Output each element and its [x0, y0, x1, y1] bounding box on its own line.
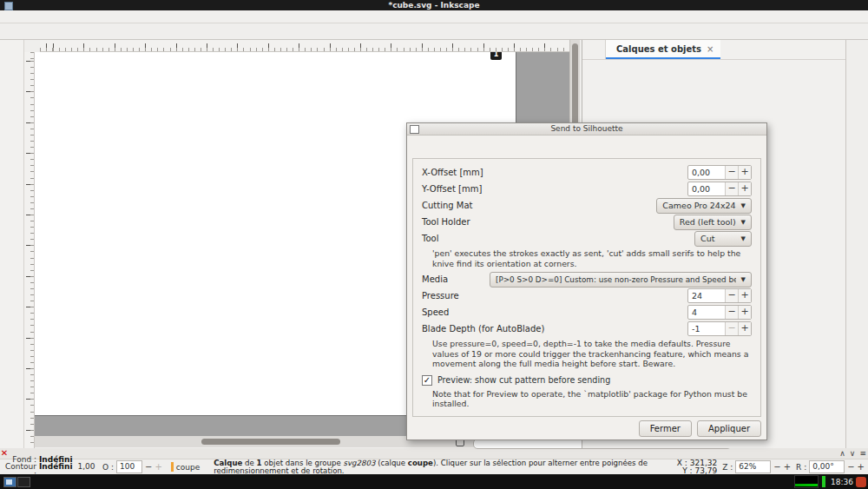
taskbar: 18:36	[0, 474, 868, 489]
opacity-plus-icon[interactable]: +	[155, 462, 161, 472]
guides-lock-icon[interactable]	[25, 41, 39, 52]
palette-down-icon[interactable]: ∨	[850, 449, 856, 458]
rotation-plus-icon[interactable]: +	[858, 462, 865, 472]
opacity-minus-icon[interactable]: −	[145, 462, 152, 472]
opacity-input[interactable]: 100	[116, 460, 142, 473]
zoom-minus-icon[interactable]: −	[773, 462, 780, 472]
preview-note: Note that for Preview to operate, the `m…	[422, 387, 752, 412]
dropdown-arrow-icon: ▼	[741, 219, 746, 226]
opacity-control[interactable]: O : 100 − +	[102, 460, 162, 473]
zoom-control[interactable]: Z : 62% − +	[722, 460, 791, 473]
layers-toolbar	[582, 59, 845, 73]
current-layer-indicator[interactable]: coupe	[171, 462, 205, 472]
dialog-button-row: Fermer Appliquer	[407, 417, 766, 439]
commands-bar	[845, 40, 868, 448]
blade-depth-label: Blade Depth (for AutoBlade)	[422, 324, 687, 334]
tool-holder-label: Tool Holder	[422, 217, 674, 227]
preview-checkbox[interactable]: ✓	[422, 375, 432, 386]
pressure-note: Use pressure=0, speed=0, depth=-1 to tak…	[422, 337, 752, 372]
current-layer-name: coupe	[176, 463, 200, 472]
menu-bar	[0, 10, 868, 23]
dialog-tabs	[412, 139, 761, 159]
speed-spinner[interactable]: 4−+	[687, 305, 752, 320]
tab-close-icon[interactable]: ×	[707, 44, 713, 54]
tool-label: Tool	[422, 234, 694, 243]
workspace-next[interactable]	[17, 477, 30, 487]
dropdown-arrow-icon: ▼	[741, 276, 746, 283]
window-title: *cube.svg - Inkscape	[0, 0, 868, 10]
close-button[interactable]: Fermer	[639, 420, 692, 437]
tool-holder-dropdown[interactable]: Red (left tool)▼	[674, 215, 752, 230]
media-dropdown[interactable]: [P>0 S>0 D>=0] Custom: use non-zero Pres…	[490, 272, 752, 287]
system-tray	[794, 475, 825, 488]
rotation-input[interactable]: 0,00°	[809, 460, 845, 473]
title-bar[interactable]: *cube.svg - Inkscape	[0, 0, 868, 10]
speed-label: Speed	[422, 307, 687, 317]
toolbox	[0, 40, 24, 448]
blade-depth-spinner[interactable]: -1−+	[687, 321, 752, 336]
dropdown-arrow-icon: ▼	[741, 235, 746, 242]
y-offset-label: Y-Offset [mm]	[422, 184, 687, 194]
x-offset-label: X-Offset [mm]	[422, 168, 687, 177]
inkscape-window: *cube.svg - Inkscape 1	[0, 0, 868, 489]
status-bar: Fond :Indéfini Contour :Indéfini1,00 O :…	[0, 459, 868, 474]
meter-icon	[822, 476, 825, 487]
page-number-badge: 1	[490, 52, 502, 60]
dialog-icon	[410, 125, 419, 134]
ruler-vertical[interactable]	[24, 52, 35, 448]
cutting-mat-label: Cutting Mat	[422, 201, 656, 210]
palette-up-icon[interactable]: ∧	[839, 449, 845, 458]
rotation-control[interactable]: R : 0,00° − +	[796, 460, 865, 473]
tab-layers-objects[interactable]: Calques et objets ×	[606, 40, 720, 59]
apply-button[interactable]: Appliquer	[697, 420, 761, 437]
color-palette: ✕	[0, 448, 868, 459]
preview-checkbox-label: Preview: show cut pattern before sending	[437, 375, 610, 385]
workspace-pager[interactable]	[3, 477, 30, 487]
tab-fill-stroke[interactable]	[582, 40, 606, 59]
x-offset-spinner[interactable]: 0,00−+	[687, 165, 752, 180]
rotation-minus-icon[interactable]: −	[847, 462, 854, 472]
dialog-body: X-Offset [mm] 0,00−+ Y-Offset [mm] 0,00−…	[412, 159, 761, 417]
pressure-label: Pressure	[422, 291, 687, 301]
dropdown-arrow-icon: ▼	[741, 202, 746, 209]
cutting-mat-dropdown[interactable]: Cameo Pro 24x24▼	[656, 198, 752, 214]
tool-options-bar	[0, 23, 868, 40]
y-offset-spinner[interactable]: 0,00−+	[687, 182, 752, 196]
workspace-current[interactable]	[3, 477, 16, 487]
tool-dropdown[interactable]: Cut▼	[694, 231, 752, 247]
clock: 18:36	[831, 478, 853, 486]
ruler-horizontal[interactable]	[40, 40, 569, 52]
zoom-input[interactable]: 62%	[735, 460, 771, 473]
zoom-plus-icon[interactable]: +	[784, 462, 791, 472]
panel-tab-bar: Calques et objets ×	[582, 40, 845, 60]
dialog-title: Send to Silhouette	[407, 123, 766, 135]
cursor-coordinates: X : 321,32 Y : 73,79	[670, 459, 717, 474]
palette-menu-icon[interactable]: ≡	[859, 449, 866, 458]
layer-color-bar	[171, 462, 174, 472]
palette-controls: ∧ ∨ ≡	[836, 448, 866, 459]
horizontal-scrollbar-thumb[interactable]	[201, 439, 340, 445]
status-message: Calque de 1 objet dans le groupe svg2803…	[214, 459, 670, 475]
media-label: Media	[422, 274, 490, 284]
send-to-silhouette-dialog: Send to Silhouette X-Offset [mm] 0,00−+ …	[406, 122, 767, 440]
power-icon[interactable]	[856, 477, 866, 487]
tool-note: 'pen' executes the strokes exactly as se…	[422, 247, 752, 271]
cpu-graph-icon[interactable]	[794, 475, 819, 488]
dialog-title-bar[interactable]: Send to Silhouette	[407, 123, 766, 135]
pressure-spinner[interactable]: 24−+	[687, 288, 752, 303]
